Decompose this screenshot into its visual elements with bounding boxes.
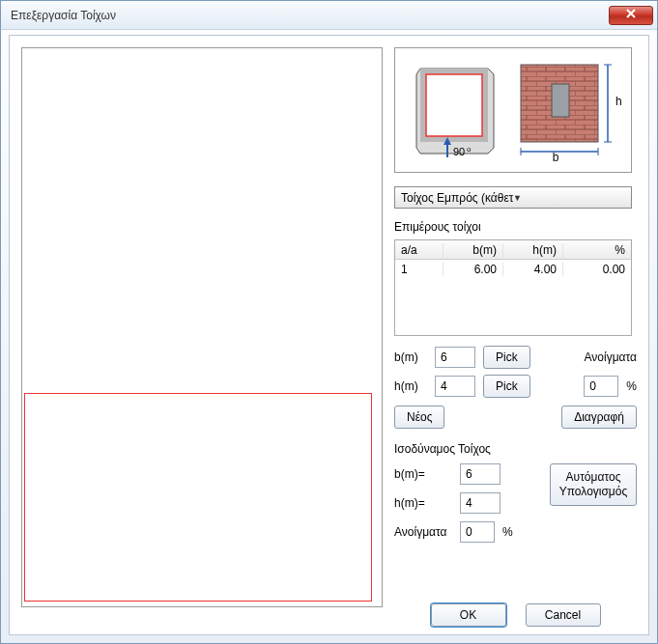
elevation-icon: b h	[517, 57, 623, 163]
h-label: h(m)	[394, 379, 427, 393]
b-label: b(m)	[394, 350, 427, 364]
col-aa: a/a	[395, 243, 443, 257]
openings-label: Ανοίγματα	[585, 350, 638, 364]
svg-text:90: 90	[453, 146, 465, 157]
window-title: Επεξεργασία Τοίχων	[11, 9, 609, 22]
illustration-panel: 90 o	[394, 47, 632, 173]
svg-text:o: o	[467, 145, 472, 154]
equiv-pct-label: %	[502, 525, 513, 539]
svg-text:b: b	[553, 151, 559, 163]
table-body[interactable]: 1 6.00 4.00 0.00	[395, 260, 631, 335]
cell-h: 4.00	[503, 263, 563, 276]
col-pct: %	[563, 243, 631, 257]
close-button[interactable]	[609, 6, 653, 25]
pick-h-button[interactable]: Pick	[483, 375, 530, 398]
right-panel: 90 o	[394, 47, 637, 543]
pct-label: %	[626, 379, 637, 393]
b-input[interactable]: 6	[435, 347, 475, 368]
equiv-openings-input[interactable]: 0	[460, 521, 495, 543]
preview-wall-outline	[24, 393, 372, 602]
svg-rect-13	[552, 84, 569, 117]
pick-b-button[interactable]: Pick	[483, 346, 530, 369]
table-header: a/a b(m) h(m) %	[395, 240, 631, 260]
equiv-h-label: h(m)=	[394, 496, 452, 510]
auto-calc-l1: Αυτόματος	[566, 470, 621, 485]
col-b: b(m)	[443, 243, 503, 257]
equiv-b-label: b(m)=	[394, 467, 452, 481]
equivalent-section: Ισοδύναμος Τοίχος b(m)= 6 h(m)= 4 Ανοίγμ…	[394, 442, 637, 543]
auto-calc-button[interactable]: Αυτόματος Υπολογισμός	[550, 463, 637, 506]
auto-calc-l2: Υπολογισμός	[559, 485, 628, 499]
preview-canvas	[21, 47, 383, 607]
cube-plan-icon: 90 o	[403, 57, 500, 163]
equiv-openings-label: Ανοίγματα	[394, 525, 452, 539]
new-button[interactable]: Νέος	[394, 406, 444, 429]
h-input[interactable]: 4	[435, 376, 475, 397]
delete-button[interactable]: Διαγραφή	[561, 406, 637, 429]
dialog-body: 90 o	[9, 35, 649, 635]
wall-selector-value: Τοίχος Εμπρός (κάθετος διευθ.ανέμου 90)	[401, 191, 513, 205]
chevron-down-icon: ▼	[513, 193, 625, 203]
cell-aa: 1	[395, 263, 443, 276]
svg-rect-2	[426, 74, 482, 136]
partial-walls-label: Επιμέρους τοίχοι	[394, 220, 637, 234]
svg-text:h: h	[615, 95, 622, 108]
wall-selector[interactable]: Τοίχος Εμπρός (κάθετος διευθ.ανέμου 90) …	[394, 186, 632, 209]
table-row[interactable]: 1 6.00 4.00 0.00	[395, 260, 631, 279]
openings-input[interactable]: 0	[584, 376, 618, 397]
dialog-footer: OK Cancel	[394, 603, 637, 627]
ok-button[interactable]: OK	[431, 603, 506, 627]
h-row: h(m) 4 Pick 0 %	[394, 375, 637, 398]
dialog-window: Επεξεργασία Τοίχων 90 o	[0, 0, 658, 644]
equiv-title: Ισοδύναμος Τοίχος	[394, 442, 637, 456]
cell-pct: 0.00	[563, 263, 631, 276]
equiv-b-input[interactable]: 6	[460, 463, 501, 485]
b-row: b(m) 6 Pick Ανοίγματα	[394, 346, 637, 369]
cancel-button[interactable]: Cancel	[526, 603, 601, 627]
equiv-h-input[interactable]: 4	[460, 492, 501, 514]
new-delete-row: Νέος Διαγραφή	[394, 406, 637, 429]
titlebar: Επεξεργασία Τοίχων	[1, 1, 657, 30]
col-h: h(m)	[503, 243, 563, 257]
partial-walls-table: a/a b(m) h(m) % 1 6.00 4.00 0.00	[394, 239, 632, 336]
cell-b: 6.00	[443, 263, 503, 276]
